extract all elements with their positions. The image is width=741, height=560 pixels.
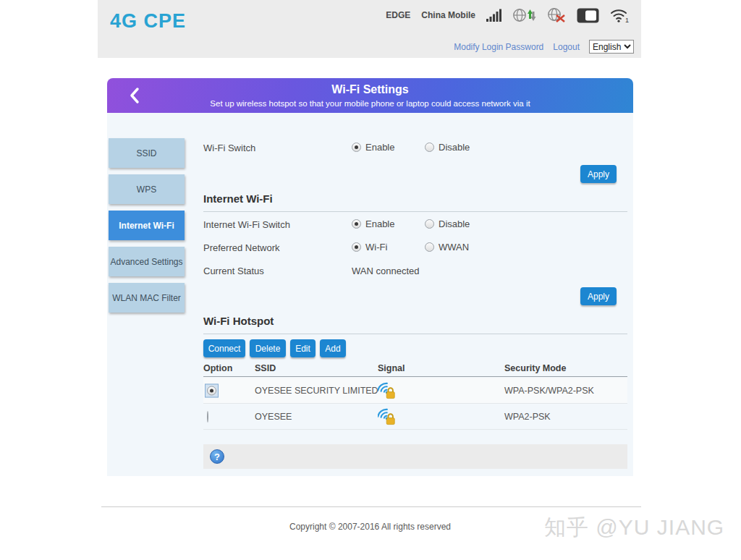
wifi-count-number: 1 — [625, 17, 629, 23]
column-header-signal: Signal — [378, 363, 405, 373]
row-security-mode: WPA2-PSK — [504, 412, 551, 422]
row-security-mode: WPA-PSK/WPA2-PSK — [504, 386, 594, 396]
wifi-lock-icon — [378, 380, 397, 402]
device-logo: 4G CPE — [110, 10, 186, 33]
preferred-network-label: Preferred Network — [203, 242, 279, 253]
edit-button[interactable]: Edit — [290, 339, 316, 357]
wifi-switch-enable-option[interactable]: Enable — [352, 142, 394, 153]
help-icon[interactable]: ? — [210, 449, 224, 464]
logout-link[interactable]: Logout — [553, 42, 580, 52]
hotspot-table-header: Option SSID Signal Security Mode — [203, 363, 627, 377]
back-icon[interactable] — [129, 87, 140, 104]
network-type-label: EDGE — [386, 10, 410, 20]
internet-wifi-disable-option[interactable]: Disable — [425, 219, 470, 229]
column-header-option: Option — [203, 363, 232, 373]
row-option-radio[interactable] — [207, 412, 208, 422]
watermark-text: 知乎 @YU JIANG — [544, 513, 724, 543]
signal-strength-icon — [486, 9, 502, 22]
modify-login-password-link[interactable]: Modify Login Password — [454, 42, 543, 52]
radio-checked-icon[interactable] — [352, 219, 361, 229]
row-ssid: OYESEE — [255, 412, 292, 422]
radio-checked-icon[interactable] — [207, 386, 216, 395]
sidebar-item-label: Advanced Settings — [110, 257, 182, 267]
radio-focus-box — [205, 383, 219, 397]
current-status-value: WAN connected — [352, 266, 419, 276]
sidebar-item-internet-wifi[interactable]: Internet Wi-Fi — [109, 211, 185, 240]
column-header-ssid: SSID — [255, 363, 276, 373]
page: 4G CPE EDGE China Mobile — [0, 0, 741, 560]
add-button[interactable]: Add — [320, 339, 346, 357]
radio-unchecked-icon[interactable] — [425, 219, 434, 229]
help-bar: ? — [203, 444, 627, 469]
radio-checked-icon[interactable] — [352, 242, 361, 252]
sidebar-item-label: SSID — [136, 148, 156, 158]
internet-wifi-enable-option[interactable]: Enable — [352, 219, 394, 229]
sim-card-icon — [577, 8, 599, 23]
footer-divider — [101, 506, 641, 507]
sidebar-item-label: WPS — [137, 184, 156, 195]
wifi-count-icon: 1 — [610, 8, 630, 23]
carrier-label: China Mobile — [421, 10, 475, 20]
sidebar-item-wps[interactable]: WPS — [109, 174, 185, 204]
row-option-radio[interactable] — [205, 383, 219, 397]
radio-unchecked-icon[interactable] — [425, 242, 434, 252]
wifi-lock-icon — [378, 406, 397, 428]
option-label: Wi-Fi — [365, 242, 387, 253]
connect-button[interactable]: Connect — [203, 339, 245, 357]
column-header-security-mode: Security Mode — [504, 363, 566, 373]
option-label: Disable — [439, 219, 470, 229]
sidebar-item-advanced-settings[interactable]: Advanced Settings — [109, 247, 185, 276]
wifi-switch-label: Wi-Fi Switch — [203, 143, 255, 153]
table-row[interactable]: OYESEE WPA2-PSK — [203, 404, 627, 430]
page-subtitle: Set up wireless hotspot so that your mob… — [107, 96, 633, 108]
option-label: WWAN — [439, 242, 469, 253]
sidebar-item-label: Internet Wi-Fi — [119, 221, 174, 231]
wifi-hotspot-heading: Wi-Fi Hotspot — [203, 315, 627, 334]
preferred-wwan-option[interactable]: WWAN — [425, 242, 469, 253]
preferred-wifi-option[interactable]: Wi-Fi — [352, 242, 387, 253]
sidebar-item-ssid[interactable]: SSID — [109, 138, 185, 168]
sidebar-item-label: WLAN MAC Filter — [112, 293, 181, 303]
sidebar-item-wlan-mac-filter[interactable]: WLAN MAC Filter — [109, 283, 185, 313]
page-title: Wi-Fi Settings — [107, 78, 633, 96]
radio-checked-icon[interactable] — [352, 143, 361, 152]
option-label: Disable — [439, 142, 470, 153]
page-banner: Wi-Fi Settings Set up wireless hotspot s… — [107, 78, 633, 113]
option-label: Enable — [365, 219, 394, 229]
internet-wifi-heading: Internet Wi-Fi — [203, 192, 627, 212]
wifi-switch-disable-option[interactable]: Disable — [425, 142, 470, 153]
top-header: 4G CPE EDGE China Mobile — [98, 0, 641, 58]
table-row[interactable]: OYESEE SECURITY LIMITED WPA-PSK/WPA2-PSK — [203, 378, 627, 404]
account-links-row: Modify Login Password Logout English — [454, 40, 634, 54]
no-internet-icon — [547, 8, 566, 22]
current-status-label: Current Status — [203, 266, 264, 276]
radio-unchecked-icon[interactable] — [425, 143, 434, 152]
radio-unchecked-icon[interactable] — [207, 411, 208, 423]
option-label: Enable — [365, 142, 394, 153]
internet-wifi-switch-label: Internet Wi-Fi Switch — [203, 219, 290, 230]
language-select[interactable]: English — [589, 40, 634, 54]
delete-button[interactable]: Delete — [250, 339, 286, 357]
content-panel: SSID WPS Internet Wi-Fi Advanced Setting… — [107, 113, 633, 476]
wan-traffic-icon — [513, 8, 536, 22]
status-bar: EDGE China Mobile — [386, 4, 630, 26]
row-ssid: OYESEE SECURITY LIMITED — [255, 386, 378, 396]
apply-button[interactable]: Apply — [580, 287, 617, 305]
apply-button[interactable]: Apply — [580, 165, 617, 183]
